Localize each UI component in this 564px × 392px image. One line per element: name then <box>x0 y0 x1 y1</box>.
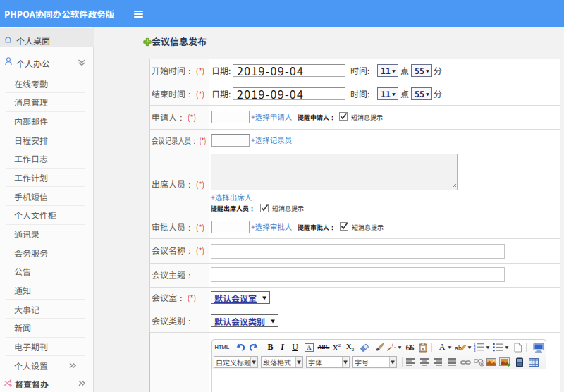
svg-text:ab: ab <box>455 345 462 352</box>
svg-text:3: 3 <box>474 349 476 352</box>
svg-text:T: T <box>421 345 424 350</box>
